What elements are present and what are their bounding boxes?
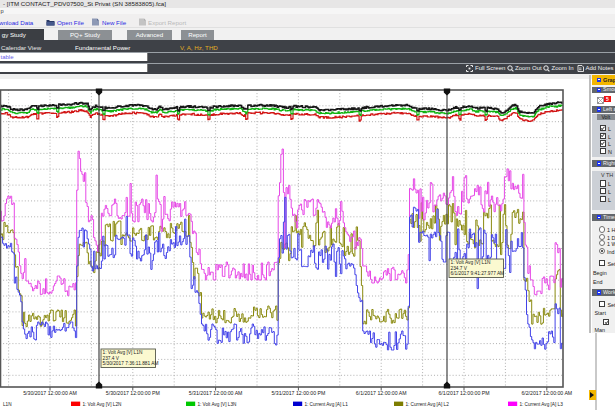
svg-text:5/30/2017 7:36:11.881 AM: 5/30/2017 7:36:11.881 AM bbox=[103, 361, 159, 366]
svg-text:L1N: L1N bbox=[3, 402, 12, 407]
svg-text:1: Current Avg [A] L2: 1: Current Avg [A] L2 bbox=[405, 402, 449, 407]
svg-text:1: Volt Avg [V] L3N: 1: Volt Avg [V] L3N bbox=[197, 402, 236, 407]
svg-text:1: Current Avg [A] L1: 1: Current Avg [A] L1 bbox=[304, 402, 348, 407]
svg-text:6/1/2017 12:00:00 PM: 6/1/2017 12:00:00 PM bbox=[438, 390, 489, 396]
svg-text:1: Volt Avg [V] L2N: 1: Volt Avg [V] L2N bbox=[82, 402, 121, 407]
svg-text:6/2/2017 12:00:00 AM: 6/2/2017 12:00:00 AM bbox=[521, 390, 572, 396]
svg-text:5/30/2017 12:00:00 AM: 5/30/2017 12:00:00 AM bbox=[23, 390, 77, 396]
svg-text:1: Current Avg [A] L3: 1: Current Avg [A] L3 bbox=[519, 402, 563, 407]
svg-text:6/1/2017 12:00:00 AM: 6/1/2017 12:00:00 AM bbox=[356, 390, 407, 396]
svg-text:5/30/2017 12:00:00 PM: 5/30/2017 12:00:00 PM bbox=[106, 390, 160, 396]
svg-text:237.4 V: 237.4 V bbox=[103, 356, 120, 361]
svg-text:5/31/2017 12:00:00 AM: 5/31/2017 12:00:00 AM bbox=[189, 390, 243, 396]
svg-text:1: Volt Avg [V] L1N: 1: Volt Avg [V] L1N bbox=[451, 260, 491, 265]
svg-text:1: Volt Avg [V] L1N: 1: Volt Avg [V] L1N bbox=[103, 350, 143, 355]
svg-text:5/31/2017 12:00:00 PM: 5/31/2017 12:00:00 PM bbox=[271, 390, 325, 396]
svg-text:234.7 V: 234.7 V bbox=[451, 266, 468, 271]
svg-text:6/1/2017 9:41:27.977 AM: 6/1/2017 9:41:27.977 AM bbox=[451, 271, 505, 276]
